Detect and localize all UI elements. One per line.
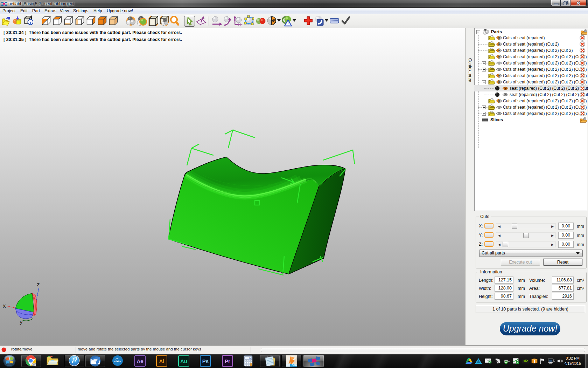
svg-text:0: 0 (249, 357, 251, 360)
svg-text:Ps: Ps (202, 358, 209, 364)
svg-text:z: z (37, 281, 40, 288)
svg-text:Ai: Ai (159, 358, 164, 364)
svg-text:Au: Au (180, 358, 187, 364)
svg-text:360: 360 (292, 363, 297, 367)
svg-text:x: x (3, 302, 6, 309)
svg-text:y: y (20, 319, 23, 325)
svg-text:Ae: Ae (136, 358, 143, 364)
svg-text:Pr: Pr (225, 358, 230, 364)
